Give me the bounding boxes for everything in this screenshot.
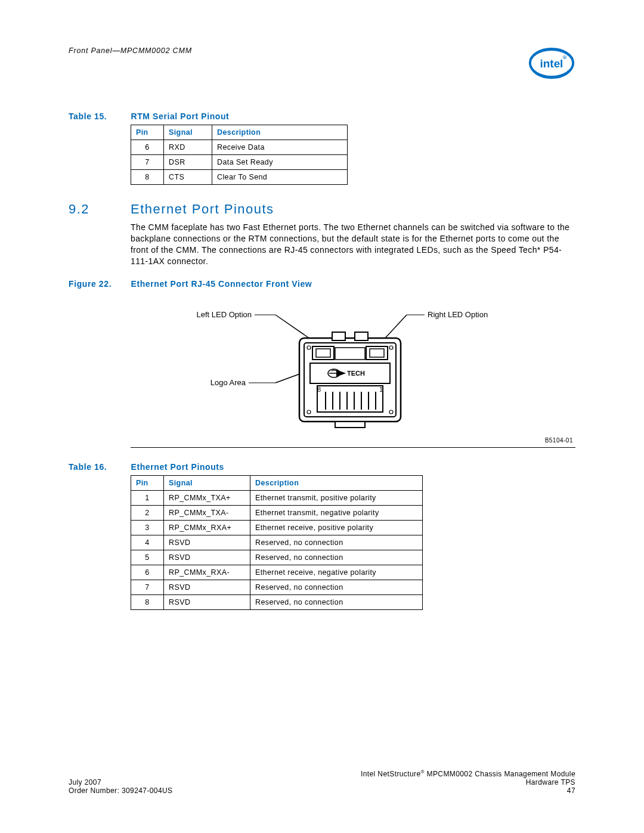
svg-rect-14	[355, 332, 368, 340]
section-title: Ethernet Port Pinouts	[131, 202, 274, 217]
table16-h-signal: Signal	[164, 475, 250, 490]
figure22-title: Ethernet Port RJ-45 Connector Front View	[131, 279, 312, 289]
figure22-caption: Figure 22. Ethernet Port RJ-45 Connector…	[69, 279, 575, 289]
fig-tech-label: TECH	[347, 370, 365, 377]
section-body: The CMM faceplate has two Fast Ethernet …	[131, 222, 575, 267]
table-row: 8RSVDReserved, no connection	[131, 594, 423, 609]
figure22: Left LED Option Right LED Option Logo Ar…	[131, 296, 575, 448]
fig-pin1: 1	[379, 386, 383, 393]
cell-desc: Clear To Send	[212, 170, 348, 185]
fig-pin8: 8	[317, 386, 321, 393]
cell-desc: Receive Data	[212, 140, 348, 155]
cell-pin: 6	[131, 140, 164, 155]
cell-signal: RP_CMMx_RXA+	[164, 520, 250, 535]
section-number: 9.2	[69, 202, 131, 217]
cell-pin: 8	[131, 170, 164, 185]
cell-signal: DSR	[164, 155, 212, 170]
cell-pin: 6	[131, 565, 164, 580]
running-head: Front Panel—MPCMM0002 CMM	[69, 47, 192, 55]
table-row: 7DSRData Set Ready	[131, 155, 348, 170]
footer-date: July 2007	[69, 778, 101, 786]
fig-left-led-label: Left LED Option	[197, 310, 252, 319]
footer-product: Intel NetStructure® MPCMM0002 Chassis Ma…	[361, 769, 575, 778]
intel-logo: intel R	[528, 47, 575, 82]
cell-pin: 1	[131, 490, 164, 505]
table-row: 6RXDReceive Data	[131, 140, 348, 155]
footer-doc: Hardware TPS	[526, 778, 575, 786]
table-row: 8CTSClear To Send	[131, 170, 348, 185]
table15-caption: Table 15. RTM Serial Port Pinout	[69, 112, 575, 121]
cell-pin: 3	[131, 520, 164, 535]
cell-pin: 7	[131, 155, 164, 170]
table-row: 3RP_CMMx_RXA+Ethernet receive, positive …	[131, 520, 423, 535]
table16-caption: Table 16. Ethernet Port Pinouts	[69, 462, 575, 472]
cell-pin: 7	[131, 580, 164, 594]
table15-h-desc: Description	[212, 125, 348, 140]
svg-rect-32	[335, 422, 365, 428]
table-row: 2RP_CMMx_TXA-Ethernet transmit, negative…	[131, 505, 423, 520]
svg-rect-13	[332, 332, 345, 340]
table-row: 1RP_CMMx_TXA+Ethernet transmit, positive…	[131, 490, 423, 505]
table16-title: Ethernet Port Pinouts	[131, 462, 225, 472]
table16-label: Table 16.	[69, 462, 128, 472]
fig-logo-label: Logo Area	[210, 378, 246, 387]
cell-signal: RP_CMMx_RXA-	[164, 565, 250, 580]
table15-label: Table 15.	[69, 112, 128, 121]
cell-desc: Reserved, no connection	[250, 550, 423, 565]
table16: Pin Signal Description 1RP_CMMx_TXA+Ethe…	[131, 475, 423, 610]
figure22-label: Figure 22.	[69, 279, 128, 289]
table-row: 7RSVDReserved, no connection	[131, 580, 423, 594]
footer-page: 47	[567, 786, 575, 795]
cell-desc: Data Set Ready	[212, 155, 348, 170]
cell-signal: RP_CMMx_TXA-	[164, 505, 250, 520]
svg-text:R: R	[564, 57, 566, 59]
cell-signal: RSVD	[164, 594, 250, 609]
cell-pin: 2	[131, 505, 164, 520]
svg-text:intel: intel	[540, 57, 564, 70]
figure22-code: B5104-01	[545, 437, 573, 444]
cell-signal: RP_CMMx_TXA+	[164, 490, 250, 505]
cell-desc: Ethernet receive, positive polarity	[250, 520, 423, 535]
footer-order: Order Number: 309247-004US	[69, 786, 173, 795]
table-row: 5RSVDReserved, no connection	[131, 550, 423, 565]
cell-pin: 4	[131, 535, 164, 550]
fig-right-led-label: Right LED Option	[428, 310, 488, 319]
cell-desc: Ethernet receive, negative polarity	[250, 565, 423, 580]
cell-desc: Reserved, no connection	[250, 580, 423, 594]
cell-signal: CTS	[164, 170, 212, 185]
table16-h-desc: Description	[250, 475, 423, 490]
svg-rect-23	[317, 386, 383, 412]
cell-desc: Reserved, no connection	[250, 594, 423, 609]
cell-desc: Ethernet transmit, negative polarity	[250, 505, 423, 520]
section-heading: 9.2 Ethernet Port Pinouts	[69, 202, 575, 217]
table15-h-pin: Pin	[131, 125, 164, 140]
table-row: 6RP_CMMx_RXA-Ethernet receive, negative …	[131, 565, 423, 580]
table-row: 4RSVDReserved, no connection	[131, 535, 423, 550]
table16-h-pin: Pin	[131, 475, 164, 490]
cell-pin: 8	[131, 594, 164, 609]
table15: Pin Signal Description 6RXDReceive Data7…	[131, 125, 348, 185]
cell-signal: RXD	[164, 140, 212, 155]
cell-signal: RSVD	[164, 550, 250, 565]
table15-h-signal: Signal	[164, 125, 212, 140]
cell-pin: 5	[131, 550, 164, 565]
cell-desc: Reserved, no connection	[250, 535, 423, 550]
table15-title: RTM Serial Port Pinout	[131, 112, 230, 121]
page-footer: Intel NetStructure® MPCMM0002 Chassis Ma…	[69, 769, 575, 795]
cell-desc: Ethernet transmit, positive polarity	[250, 490, 423, 505]
cell-signal: RSVD	[164, 535, 250, 550]
cell-signal: RSVD	[164, 580, 250, 594]
